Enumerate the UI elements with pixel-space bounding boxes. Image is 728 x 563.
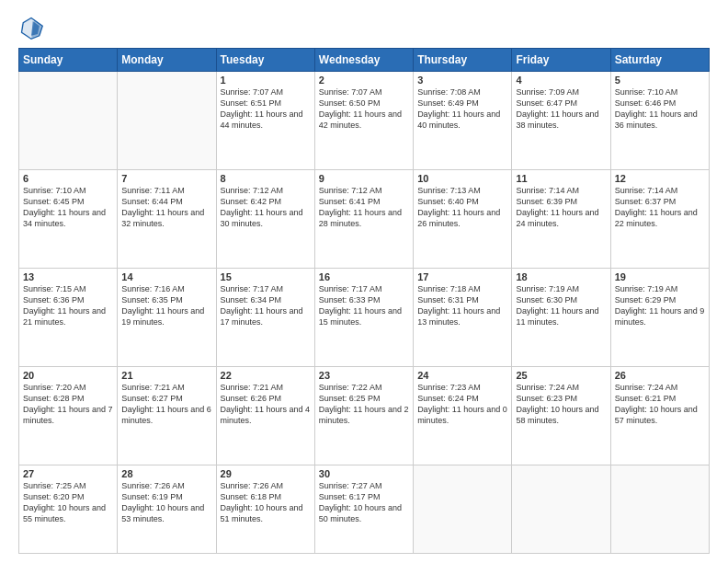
day-number: 16 [319,271,409,282]
calendar-cell: 21Sunrise: 7:21 AM Sunset: 6:27 PM Dayli… [118,366,216,465]
day-number: 2 [319,75,409,86]
day-number: 17 [417,271,507,282]
weekday-header-thursday: Thursday [414,49,512,72]
calendar-cell: 27Sunrise: 7:25 AM Sunset: 6:20 PM Dayli… [19,465,118,553]
day-number: 20 [23,370,113,381]
logo [18,15,48,40]
cell-sun-info: Sunrise: 7:17 AM Sunset: 6:33 PM Dayligh… [319,283,409,328]
day-number: 8 [221,173,311,184]
day-number: 15 [221,271,311,282]
calendar-cell: 5Sunrise: 7:10 AM Sunset: 6:46 PM Daylig… [610,72,709,170]
cell-sun-info: Sunrise: 7:08 AM Sunset: 6:49 PM Dayligh… [417,86,507,132]
calendar-cell: 12Sunrise: 7:14 AM Sunset: 6:37 PM Dayli… [610,169,709,268]
day-number: 24 [417,370,507,381]
calendar-cell: 13Sunrise: 7:15 AM Sunset: 6:36 PM Dayli… [19,268,118,366]
page: SundayMondayTuesdayWednesdayThursdayFrid… [0,0,728,563]
day-number: 13 [23,271,113,282]
cell-sun-info: Sunrise: 7:26 AM Sunset: 6:18 PM Dayligh… [221,480,311,525]
day-number: 30 [319,468,409,479]
day-number: 18 [516,271,606,282]
cell-sun-info: Sunrise: 7:14 AM Sunset: 6:39 PM Dayligh… [516,185,606,230]
day-number: 5 [615,75,705,86]
calendar-cell: 7Sunrise: 7:11 AM Sunset: 6:44 PM Daylig… [118,169,216,268]
calendar-cell: 26Sunrise: 7:24 AM Sunset: 6:21 PM Dayli… [610,366,709,465]
cell-sun-info: Sunrise: 7:26 AM Sunset: 6:19 PM Dayligh… [121,480,211,525]
cell-sun-info: Sunrise: 7:18 AM Sunset: 6:31 PM Dayligh… [417,283,507,328]
calendar-cell: 20Sunrise: 7:20 AM Sunset: 6:28 PM Dayli… [19,366,118,465]
cell-sun-info: Sunrise: 7:21 AM Sunset: 6:27 PM Dayligh… [121,382,211,427]
logo-icon [18,15,44,40]
day-number: 22 [221,370,311,381]
calendar-cell: 11Sunrise: 7:14 AM Sunset: 6:39 PM Dayli… [512,169,610,268]
calendar-cell [512,465,610,553]
day-number: 14 [121,271,211,282]
calendar-cell: 9Sunrise: 7:12 AM Sunset: 6:41 PM Daylig… [314,169,413,268]
calendar-cell: 4Sunrise: 7:09 AM Sunset: 6:47 PM Daylig… [512,72,610,170]
weekday-header-saturday: Saturday [610,49,709,72]
day-number: 1 [221,75,311,86]
weekday-header-wednesday: Wednesday [314,49,413,72]
cell-sun-info: Sunrise: 7:12 AM Sunset: 6:42 PM Dayligh… [221,185,311,230]
calendar-cell: 29Sunrise: 7:26 AM Sunset: 6:18 PM Dayli… [216,465,314,553]
calendar-cell: 18Sunrise: 7:19 AM Sunset: 6:30 PM Dayli… [512,268,610,366]
calendar-week-row: 6Sunrise: 7:10 AM Sunset: 6:45 PM Daylig… [19,169,710,268]
calendar-cell: 3Sunrise: 7:08 AM Sunset: 6:49 PM Daylig… [414,72,512,170]
cell-sun-info: Sunrise: 7:10 AM Sunset: 6:46 PM Dayligh… [615,86,705,132]
cell-sun-info: Sunrise: 7:25 AM Sunset: 6:20 PM Dayligh… [23,480,113,525]
calendar-cell: 15Sunrise: 7:17 AM Sunset: 6:34 PM Dayli… [216,268,314,366]
cell-sun-info: Sunrise: 7:15 AM Sunset: 6:36 PM Dayligh… [23,283,113,328]
cell-sun-info: Sunrise: 7:17 AM Sunset: 6:34 PM Dayligh… [221,283,311,328]
cell-sun-info: Sunrise: 7:14 AM Sunset: 6:37 PM Dayligh… [615,185,705,230]
cell-sun-info: Sunrise: 7:09 AM Sunset: 6:47 PM Dayligh… [516,86,606,132]
day-number: 12 [615,173,705,184]
day-number: 9 [319,173,409,184]
calendar-cell [414,465,512,553]
calendar-cell [610,465,709,553]
calendar-cell: 10Sunrise: 7:13 AM Sunset: 6:40 PM Dayli… [414,169,512,268]
cell-sun-info: Sunrise: 7:22 AM Sunset: 6:25 PM Dayligh… [319,382,409,427]
cell-sun-info: Sunrise: 7:16 AM Sunset: 6:35 PM Dayligh… [121,283,211,328]
calendar-cell: 14Sunrise: 7:16 AM Sunset: 6:35 PM Dayli… [118,268,216,366]
cell-sun-info: Sunrise: 7:07 AM Sunset: 6:51 PM Dayligh… [221,86,311,132]
day-number: 23 [319,370,409,381]
day-number: 11 [516,173,606,184]
day-number: 26 [615,370,705,381]
calendar-cell: 24Sunrise: 7:23 AM Sunset: 6:24 PM Dayli… [414,366,512,465]
calendar-week-row: 20Sunrise: 7:20 AM Sunset: 6:28 PM Dayli… [19,366,710,465]
calendar-cell: 30Sunrise: 7:27 AM Sunset: 6:17 PM Dayli… [314,465,413,553]
cell-sun-info: Sunrise: 7:24 AM Sunset: 6:21 PM Dayligh… [615,382,705,427]
calendar-week-row: 27Sunrise: 7:25 AM Sunset: 6:20 PM Dayli… [19,465,710,553]
calendar-week-row: 1Sunrise: 7:07 AM Sunset: 6:51 PM Daylig… [19,72,710,170]
calendar-cell: 17Sunrise: 7:18 AM Sunset: 6:31 PM Dayli… [414,268,512,366]
day-number: 25 [516,370,606,381]
calendar-cell: 22Sunrise: 7:21 AM Sunset: 6:26 PM Dayli… [216,366,314,465]
calendar-cell [19,72,118,170]
weekday-header-monday: Monday [118,49,216,72]
calendar-cell: 28Sunrise: 7:26 AM Sunset: 6:19 PM Dayli… [118,465,216,553]
day-number: 6 [23,173,113,184]
calendar-cell: 19Sunrise: 7:19 AM Sunset: 6:29 PM Dayli… [610,268,709,366]
weekday-header-row: SundayMondayTuesdayWednesdayThursdayFrid… [19,49,710,72]
calendar-cell [118,72,216,170]
cell-sun-info: Sunrise: 7:13 AM Sunset: 6:40 PM Dayligh… [417,185,507,230]
cell-sun-info: Sunrise: 7:23 AM Sunset: 6:24 PM Dayligh… [417,382,507,427]
weekday-header-tuesday: Tuesday [216,49,314,72]
cell-sun-info: Sunrise: 7:20 AM Sunset: 6:28 PM Dayligh… [23,382,113,427]
calendar-cell: 6Sunrise: 7:10 AM Sunset: 6:45 PM Daylig… [19,169,118,268]
cell-sun-info: Sunrise: 7:19 AM Sunset: 6:29 PM Dayligh… [615,283,705,328]
calendar-table: SundayMondayTuesdayWednesdayThursdayFrid… [18,48,710,554]
cell-sun-info: Sunrise: 7:07 AM Sunset: 6:50 PM Dayligh… [319,86,409,132]
cell-sun-info: Sunrise: 7:21 AM Sunset: 6:26 PM Dayligh… [221,382,311,427]
calendar-cell: 2Sunrise: 7:07 AM Sunset: 6:50 PM Daylig… [314,72,413,170]
calendar-cell: 8Sunrise: 7:12 AM Sunset: 6:42 PM Daylig… [216,169,314,268]
day-number: 29 [221,468,311,479]
calendar-cell: 23Sunrise: 7:22 AM Sunset: 6:25 PM Dayli… [314,366,413,465]
day-number: 19 [615,271,705,282]
weekday-header-friday: Friday [512,49,610,72]
day-number: 4 [516,75,606,86]
cell-sun-info: Sunrise: 7:24 AM Sunset: 6:23 PM Dayligh… [516,382,606,427]
header [18,15,710,40]
day-number: 10 [417,173,507,184]
day-number: 3 [417,75,507,86]
calendar-cell: 25Sunrise: 7:24 AM Sunset: 6:23 PM Dayli… [512,366,610,465]
